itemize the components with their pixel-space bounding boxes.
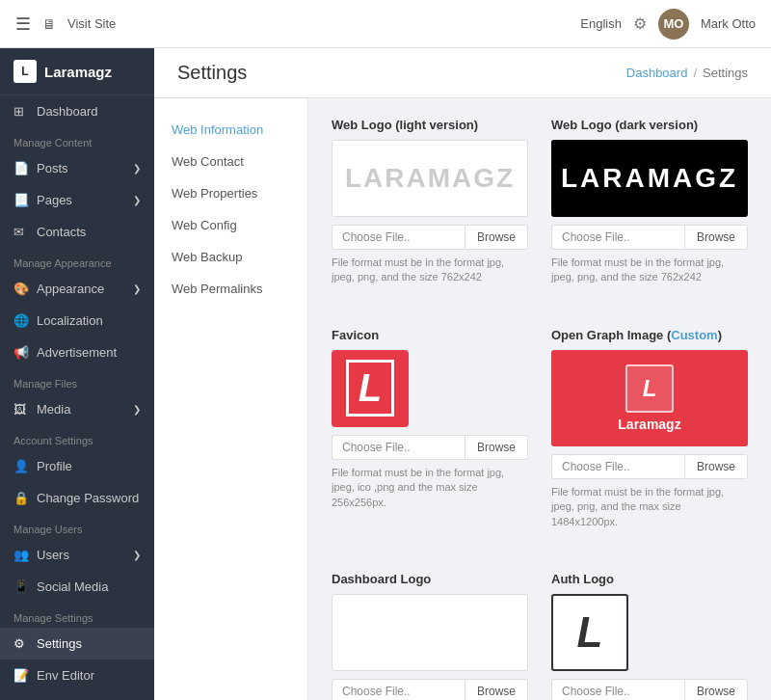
logo-grid: Web Logo (light version) LARAMAGZ Choose… <box>332 118 748 700</box>
og-hint: File format must be in the format jpg, j… <box>551 485 748 529</box>
logo-dark-text: LARAMAGZ <box>561 163 738 194</box>
arrow-icon: ❯ <box>133 550 141 560</box>
users-icon: 👥 <box>13 548 29 562</box>
sidebar-item-media[interactable]: 🖼 Media ❯ <box>0 393 154 425</box>
sidebar-item-label: Pages <box>37 193 72 207</box>
sidebar-item-label: Social Media <box>37 579 108 594</box>
web-logo-light-title: Web Logo (light version) <box>332 118 528 132</box>
contacts-icon: ✉ <box>13 225 29 239</box>
favicon-file-row: Choose File.. Browse <box>332 435 528 460</box>
nav-web-properties[interactable]: Web Properties <box>154 177 307 209</box>
arrow-icon: ❯ <box>133 163 141 174</box>
web-logo-light-hint: File format must be in the format jpg, j… <box>332 256 528 285</box>
og-inner-box: L <box>625 364 674 413</box>
sidebar-item-appearance[interactable]: 🎨 Appearance ❯ <box>0 273 154 305</box>
social-icon: 📱 <box>13 579 29 594</box>
web-logo-light-file-row: Choose File.. Browse <box>332 225 528 250</box>
logo-text: Laramagz <box>44 64 112 80</box>
nav-web-contact[interactable]: Web Contact <box>154 146 307 177</box>
topbar-right: English ⚙ MO Mark Otto <box>580 9 756 40</box>
sidebar-item-pages[interactable]: 📃 Pages ❯ <box>0 184 154 216</box>
nav-web-information[interactable]: Web Information <box>154 114 307 146</box>
page-title: Settings <box>177 62 247 84</box>
settings-form: Web Logo (light version) LARAMAGZ Choose… <box>308 98 771 700</box>
sidebar: L Laramagz ⊞ Dashboard Manage Content 📄 … <box>0 48 154 700</box>
breadcrumb: Dashboard / Settings <box>626 66 748 80</box>
nav-web-backup[interactable]: Web Backup <box>154 241 307 273</box>
favicon-letter: L <box>346 360 394 417</box>
avatar[interactable]: MO <box>658 9 689 40</box>
og-brand: Laramagz <box>618 417 680 432</box>
sidebar-item-label: Contacts <box>37 225 86 239</box>
sidebar-item-label: Dashboard <box>37 104 98 119</box>
logo-box: L <box>13 60 37 83</box>
sidebar-item-label: Env Editor <box>37 668 94 683</box>
favicon-hint: File format must be in the format jpg, j… <box>332 466 528 510</box>
web-logo-light-file-placeholder: Choose File.. <box>332 225 465 250</box>
auth-logo-file-row: Choose File.. Browse <box>551 679 748 700</box>
dashboard-icon: ⊞ <box>13 104 29 119</box>
sidebar-item-env-editor[interactable]: 📝 Env Editor <box>0 660 154 691</box>
sidebar-item-profile[interactable]: 👤 Profile <box>0 450 154 482</box>
profile-icon: 👤 <box>13 459 29 473</box>
breadcrumb-separator: / <box>693 66 697 80</box>
web-logo-dark-browse[interactable]: Browse <box>684 225 748 250</box>
sidebar-item-posts[interactable]: 📄 Posts ❯ <box>0 152 154 184</box>
sidebar-item-label: Change Password <box>37 491 139 505</box>
dashboard-logo-file-row: Choose File.. Browse <box>332 679 528 700</box>
env-icon: 📝 <box>13 668 29 683</box>
sidebar-item-advertisement[interactable]: 📢 Advertisement <box>0 337 154 368</box>
sidebar-section-appearance: Manage Appearance <box>0 248 154 273</box>
lock-icon: 🔒 <box>13 491 29 505</box>
sidebar-section-content: Manage Content <box>0 127 154 152</box>
sidebar-item-localization[interactable]: 🌐 Localization <box>0 305 154 337</box>
og-file-row: Choose File.. Browse <box>551 454 748 479</box>
language-selector[interactable]: English <box>580 16 622 31</box>
favicon-preview: L <box>332 350 409 427</box>
sidebar-item-dashboard[interactable]: ⊞ Dashboard <box>0 95 154 127</box>
sidebar-item-users[interactable]: 👥 Users ❯ <box>0 539 154 571</box>
nav-web-permalinks[interactable]: Web Permalinks <box>154 273 307 305</box>
sidebar-section-settings: Manage Settings <box>0 603 154 628</box>
arrow-icon: ❯ <box>133 404 141 415</box>
auth-logo-browse[interactable]: Browse <box>684 679 748 700</box>
web-logo-dark-file-row: Choose File.. Browse <box>551 225 748 250</box>
content-area: Web Information Web Contact Web Properti… <box>154 98 771 700</box>
favicon-title: Favicon <box>332 328 528 342</box>
web-logo-dark-file-placeholder: Choose File.. <box>551 225 684 250</box>
arrow-icon: ❯ <box>133 283 141 294</box>
open-graph-section: Open Graph Image (Custom) L Laramagz Cho… <box>551 328 748 529</box>
dashboard-logo-browse[interactable]: Browse <box>465 679 528 700</box>
web-logo-dark-hint: File format must be in the format jpg, j… <box>551 256 748 285</box>
breadcrumb-current: Settings <box>703 66 748 80</box>
web-logo-light-browse[interactable]: Browse <box>465 225 528 250</box>
main-content: Settings Dashboard / Settings Web Inform… <box>154 48 771 700</box>
breadcrumb-parent[interactable]: Dashboard <box>626 66 688 80</box>
sidebar-section-files: Manage Files <box>0 368 154 393</box>
sidebar-logo: L Laramagz <box>0 48 154 95</box>
advertisement-icon: 📢 <box>13 345 29 360</box>
favicon-browse[interactable]: Browse <box>465 435 528 460</box>
open-graph-title: Open Graph Image (Custom) <box>551 328 748 342</box>
sidebar-item-change-password[interactable]: 🔒 Change Password <box>0 482 154 514</box>
gear-icon[interactable]: ⚙ <box>633 14 647 33</box>
auth-logo-preview-wrapper: L <box>551 594 748 671</box>
monitor-icon: 🖥 <box>42 16 56 32</box>
og-browse[interactable]: Browse <box>684 454 748 479</box>
sidebar-item-label: Profile <box>37 459 72 473</box>
sidebar-item-label: Posts <box>37 161 68 175</box>
og-letter: L <box>643 375 657 402</box>
web-logo-light-preview: LARAMAGZ <box>332 140 528 217</box>
dashboard-logo-title: Dashboard Logo <box>332 572 528 586</box>
visit-site-link[interactable]: Visit Site <box>67 16 116 31</box>
favicon-file-placeholder: Choose File.. <box>332 435 465 460</box>
sidebar-item-settings[interactable]: ⚙ Settings <box>0 628 154 660</box>
hamburger-icon[interactable]: ☰ <box>15 13 31 35</box>
web-logo-dark-section: Web Logo (dark version) LARAMAGZ Choose … <box>551 118 748 285</box>
sidebar-item-contacts[interactable]: ✉ Contacts <box>0 216 154 248</box>
nav-web-config[interactable]: Web Config <box>154 209 307 241</box>
sidebar-item-label: Users <box>37 548 69 562</box>
avatar-initials: MO <box>663 16 683 31</box>
user-name[interactable]: Mark Otto <box>701 16 756 31</box>
sidebar-item-social-media[interactable]: 📱 Social Media <box>0 571 154 603</box>
